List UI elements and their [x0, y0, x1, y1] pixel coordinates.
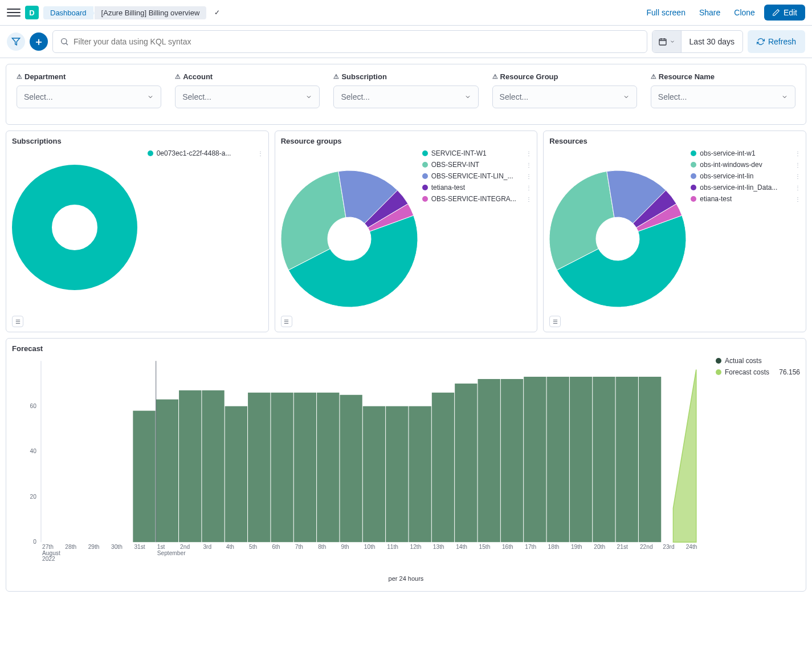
- legend-item[interactable]: tetiana-test ⋮: [422, 182, 532, 193]
- bar-actual[interactable]: [409, 406, 431, 542]
- legend-label-forecast[interactable]: Forecast costs: [725, 368, 769, 376]
- bar-actual[interactable]: [478, 379, 500, 542]
- breadcrumb-root[interactable]: Dashboard: [43, 6, 93, 19]
- x-tick: 23rd: [663, 544, 675, 550]
- filter-toggle-button[interactable]: [7, 32, 25, 51]
- donut-slice[interactable]: [281, 172, 346, 270]
- kql-input[interactable]: [74, 37, 640, 46]
- clone-link[interactable]: Clone: [729, 6, 760, 19]
- legend-label: obs-int-windows-dev: [700, 161, 762, 169]
- legend-more-icon[interactable]: ⋮: [255, 150, 263, 157]
- x-tick: 18th: [548, 544, 560, 550]
- x-tick: 9th: [341, 544, 349, 550]
- donut-slice[interactable]: [549, 172, 614, 270]
- bar-actual[interactable]: [593, 377, 615, 542]
- x-tick: 5th: [249, 544, 257, 550]
- bar-actual[interactable]: [570, 377, 592, 542]
- filter-select-placeholder: Select...: [182, 92, 211, 101]
- legend-more-icon[interactable]: ⋮: [793, 173, 800, 180]
- bar-actual[interactable]: [179, 390, 201, 542]
- bar-actual[interactable]: [386, 406, 408, 542]
- legend-label: 0e073ec1-c22f-4488-a...: [157, 149, 231, 157]
- legend-item[interactable]: OBS-SERVICE-INTEGRA... ⋮: [422, 193, 532, 205]
- bar-actual[interactable]: [202, 390, 224, 542]
- share-link[interactable]: Share: [695, 6, 725, 19]
- x-tick: 22nd: [640, 544, 653, 550]
- bar-actual[interactable]: [501, 379, 523, 542]
- legend-item[interactable]: obs-service-int-lin ⋮: [691, 170, 800, 182]
- bar-actual[interactable]: [432, 393, 454, 542]
- legend-more-icon[interactable]: ⋮: [524, 173, 531, 180]
- legend-item[interactable]: OBS-SERV-INT ⋮: [422, 159, 532, 170]
- x-tick: 20th: [594, 544, 605, 550]
- bar-actual[interactable]: [248, 393, 270, 542]
- search-icon: [60, 37, 69, 46]
- date-range-text: Last 30 days: [682, 37, 742, 46]
- date-picker[interactable]: Last 30 days: [652, 30, 743, 53]
- legend-more-icon[interactable]: ⋮: [524, 196, 531, 202]
- bar-actual[interactable]: [271, 393, 293, 542]
- filter-icon: [11, 37, 21, 46]
- table-view-icon[interactable]: ☰: [12, 316, 23, 327]
- forecast-area[interactable]: [673, 369, 696, 542]
- legend-item[interactable]: etiana-test ⋮: [691, 193, 800, 205]
- filter-label-1: Account: [175, 72, 320, 81]
- bar-actual[interactable]: [133, 411, 155, 543]
- filter-select-2[interactable]: Select...: [333, 85, 478, 108]
- add-filter-button[interactable]: ＋: [30, 32, 48, 51]
- legend-label: etiana-test: [700, 195, 732, 203]
- bar-actual[interactable]: [455, 384, 477, 542]
- filter-select-4[interactable]: Select...: [651, 85, 795, 108]
- legend-item[interactable]: obs-service-int-w1 ⋮: [691, 148, 800, 159]
- legend-label: OBS-SERV-INT: [431, 161, 479, 169]
- filter-select-0[interactable]: Select...: [17, 85, 161, 108]
- kql-search[interactable]: [52, 30, 647, 53]
- legend-item[interactable]: SERVICE-INT-W1 ⋮: [422, 148, 532, 159]
- edit-button[interactable]: Edit: [764, 5, 805, 21]
- donut-slice[interactable]: [32, 185, 117, 270]
- bar-actual[interactable]: [156, 400, 178, 542]
- menu-icon[interactable]: [7, 6, 21, 19]
- bar-actual[interactable]: [616, 377, 638, 542]
- legend-more-icon[interactable]: ⋮: [524, 162, 531, 168]
- panel-title: Subscriptions: [12, 137, 263, 145]
- legend-more-icon[interactable]: ⋮: [793, 185, 800, 191]
- x-tick: 21st: [617, 544, 628, 550]
- legend-item[interactable]: obs-service-int-lin_Data... ⋮: [691, 182, 800, 193]
- legend-more-icon[interactable]: ⋮: [524, 150, 531, 157]
- app-logo[interactable]: D: [25, 6, 39, 19]
- legend-item[interactable]: obs-int-windows-dev ⋮: [691, 159, 800, 170]
- legend-more-icon[interactable]: ⋮: [793, 162, 800, 168]
- legend-swatch: [422, 150, 428, 156]
- x-tick: 31st: [134, 544, 145, 550]
- table-view-icon[interactable]: ☰: [281, 316, 292, 327]
- panel-title: Resource groups: [281, 137, 532, 145]
- legend-label-actual[interactable]: Actual costs: [725, 357, 762, 365]
- legend-item[interactable]: 0e073ec1-c22f-4488-a... ⋮: [148, 148, 263, 159]
- fullscreen-link[interactable]: Full screen: [642, 6, 689, 19]
- x-tick: 29th: [88, 544, 100, 550]
- bar-actual[interactable]: [524, 377, 546, 542]
- filter-select-3[interactable]: Select...: [492, 85, 637, 108]
- refresh-button-label: Refresh: [768, 37, 796, 46]
- bar-actual[interactable]: [317, 393, 339, 542]
- bar-actual[interactable]: [294, 393, 316, 542]
- x-tick: 19th: [571, 544, 582, 550]
- refresh-button[interactable]: Refresh: [748, 30, 805, 53]
- chevron-down-icon: [147, 93, 154, 100]
- legend-label: obs-service-int-w1: [700, 149, 755, 157]
- bar-actual[interactable]: [547, 377, 569, 542]
- bar-actual[interactable]: [363, 406, 385, 542]
- legend-item[interactable]: OBS-SERVICE-INT-LIN_... ⋮: [422, 170, 532, 182]
- bar-actual[interactable]: [639, 377, 661, 542]
- legend-more-icon[interactable]: ⋮: [793, 150, 800, 157]
- bar-actual[interactable]: [340, 395, 362, 542]
- x-tick: 8th: [318, 544, 326, 550]
- filter-select-placeholder: Select...: [341, 92, 370, 101]
- bar-actual[interactable]: [225, 406, 247, 542]
- table-view-icon[interactable]: ☰: [549, 316, 561, 327]
- legend-more-icon[interactable]: ⋮: [524, 185, 531, 191]
- filter-select-1[interactable]: Select...: [175, 85, 320, 108]
- legend-more-icon[interactable]: ⋮: [793, 196, 800, 202]
- legend-swatch: [422, 185, 428, 190]
